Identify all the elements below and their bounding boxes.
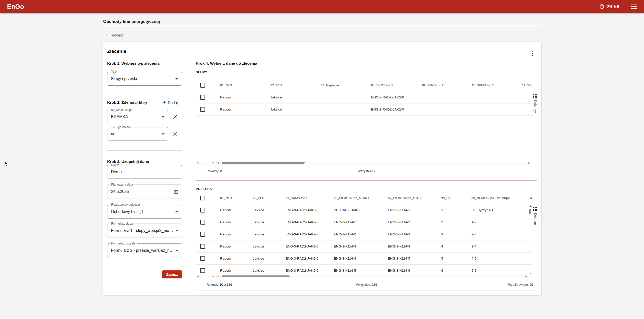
row-checkbox[interactable] <box>200 232 205 237</box>
table-cell: BL_Byczyna-1 <box>466 208 524 212</box>
slupy-kolumny-button[interactable]: Kolumny <box>533 94 537 113</box>
table-cell: 5-6 <box>466 269 524 272</box>
scroll-up-icon[interactable] <box>529 205 532 207</box>
scroll-left-icon[interactable] <box>218 162 219 164</box>
row-checkbox[interactable] <box>200 208 205 212</box>
scrollbar-thumb[interactable] <box>222 275 290 277</box>
typ-select[interactable]: Typ* Słupy i przęsła <box>107 72 182 86</box>
slupy-hscrollbar[interactable] <box>216 161 531 164</box>
save-button[interactable]: Zapisz <box>162 270 182 278</box>
formularz-slupa-select[interactable]: Formularz słupa Formularz 1 - słupy_wers… <box>107 224 182 237</box>
table-cell: ENG-3-K114-4 <box>329 257 383 260</box>
scroll-down-icon[interactable] <box>529 273 532 274</box>
column-header[interactable]: 11_SKMS tor 3 <box>467 84 517 87</box>
row-checkbox[interactable] <box>200 268 205 273</box>
back-button[interactable]: Powrót <box>105 33 124 37</box>
slupy-section-label: SŁUPY <box>196 70 207 74</box>
chevron-down-icon <box>162 133 165 135</box>
add-filter-button[interactable]: + Dodaj <box>163 100 178 105</box>
arrow-back-icon <box>105 33 109 37</box>
top-app-bar: EnGo 29:56 <box>0 0 644 13</box>
nazwa-label: Nazwa* <box>110 163 123 167</box>
filter-typ-izolacji-select[interactable]: 16_Typ izolacji nd. <box>107 127 168 140</box>
scroll-left-icon[interactable] <box>218 275 219 278</box>
menu-icon[interactable] <box>631 5 637 9</box>
formularz-przesla-value: Formularz 2 - przęsła_wersja2_n… <box>111 248 174 253</box>
scroll-right-icon[interactable] <box>526 275 527 278</box>
row-checkbox[interactable] <box>200 244 205 249</box>
calendar-icon[interactable] <box>173 189 179 194</box>
page-title: Obchody linii energetycznej <box>103 19 160 24</box>
table-cell: ENG-3-K114-4 <box>383 244 436 248</box>
slupy-table-header: 01_ZKO02_ZES03_Napięcie04_SKMS tor 110_S… <box>196 79 533 91</box>
scroll-right-icon[interactable] <box>528 162 530 164</box>
scroll-left-icon[interactable] <box>197 275 198 278</box>
przesla-vscrollbar[interactable] <box>529 205 532 275</box>
table-cell: Jaksice <box>265 108 316 111</box>
przesla-pinned-hscrollbar[interactable] <box>196 275 215 278</box>
typ-value: Słupy i przęsła <box>111 77 137 81</box>
column-header[interactable]: 06_SKMS słupa_START <box>329 196 383 200</box>
remove-filter-button[interactable] <box>172 131 178 137</box>
records-count: Rekordy: 90 z 180 <box>207 283 232 287</box>
table-cell: ENG-3-RAD2-JAK2-0 <box>280 269 329 272</box>
filter-model-slupa-select[interactable]: 08_Model słupa BRAMKA <box>107 110 168 123</box>
column-header[interactable]: 12_SKI <box>517 84 533 87</box>
columns-grid-icon <box>533 207 537 211</box>
przesla-table-footer: Rekordy: 90 z 180 Wszystkie: 180 Przefil… <box>196 279 537 291</box>
column-header[interactable]: 01_ZKO <box>215 196 248 200</box>
column-header[interactable]: 01_ZKO <box>215 84 265 87</box>
column-header[interactable]: 02_ZES <box>248 196 280 200</box>
scrollbar-thumb[interactable] <box>529 209 531 214</box>
column-header[interactable]: 04 <box>524 196 533 200</box>
select-all-checkbox[interactable] <box>200 196 205 200</box>
row-checkbox[interactable] <box>200 95 205 100</box>
row-checkbox[interactable] <box>200 220 205 225</box>
section-divider <box>107 151 182 151</box>
realizatorzy-select[interactable]: Realizatorzy oględzin Ochodowy Linii ( ) <box>107 205 182 219</box>
filter-label: 16_Typ izolacji <box>110 125 132 129</box>
scroll-right-icon[interactable] <box>213 275 214 278</box>
column-header[interactable]: 03_SKMS tor 1 <box>280 196 329 200</box>
table-cell: ENG-3-K114-2 <box>329 232 383 236</box>
row-checkbox[interactable] <box>200 256 205 261</box>
formularz-slupa-value: Formularz 1 - słupy_wersja2_nie… <box>111 228 173 233</box>
row-checkbox[interactable] <box>200 107 205 112</box>
przesla-kolumny-button[interactable]: Kolumny <box>533 207 537 226</box>
kolumny-label: Kolumny <box>534 100 537 113</box>
title-underline <box>103 26 541 26</box>
table-cell: ENG-3-K114-2 <box>383 220 436 224</box>
przesla-hscrollbar[interactable] <box>216 275 528 278</box>
column-header[interactable]: 03_Nr od słupa - do słupa <box>466 196 524 200</box>
more-options-icon[interactable] <box>530 51 535 56</box>
realizatorzy-label: Realizatorzy oględzin <box>110 203 141 206</box>
nazwa-input[interactable]: Nazwa* Demo <box>107 165 182 179</box>
scrollbar-thumb[interactable] <box>222 162 305 164</box>
select-all-checkbox[interactable] <box>200 83 205 88</box>
table-cell: ENG-3-K114-5 <box>383 257 436 260</box>
scroll-right-icon[interactable] <box>213 162 214 164</box>
filtered-count: Przefiltrowane: 90 <box>508 283 533 287</box>
column-header[interactable]: 99_Lp <box>436 196 466 200</box>
formularz-przesla-select[interactable]: Formularz przęsła Formularz 2 - przęsła_… <box>107 243 182 257</box>
scroll-left-icon[interactable] <box>197 162 198 164</box>
chevron-down-icon <box>175 230 178 232</box>
column-header[interactable]: 04_SKMS tor 1 <box>366 84 416 87</box>
remove-filter-button[interactable] <box>172 114 178 120</box>
table-row: RadomJaksiceENG-3-RAD2-JAK2-0ENG-3-K114-… <box>196 253 533 265</box>
column-header[interactable]: 02_ZES <box>265 84 316 87</box>
typ-label: Typ* <box>110 70 118 74</box>
slupy-pinned-hscrollbar[interactable] <box>196 161 215 164</box>
table-cell: ENG-3-RAD2-JAK2-0 <box>280 244 329 248</box>
table-row: RadomJaksiceENG-3-RAD2-JAK2-0 <box>196 103 533 116</box>
column-header[interactable]: 07_SKMS słupa_STOP <box>383 196 436 200</box>
table-cell: Radom <box>215 244 248 248</box>
chevron-down-icon <box>175 250 178 252</box>
planowana-data-input[interactable]: Planowana data 24.6.2025 <box>107 185 182 198</box>
table-cell: Radom <box>215 269 248 272</box>
column-header[interactable]: 10_SKMS tor 2 <box>416 84 467 87</box>
plus-icon: + <box>163 100 166 105</box>
column-header[interactable]: 03_Napięcie <box>316 84 366 87</box>
filter-value: BRAMKA <box>111 115 128 119</box>
table-cell: Jaksice <box>248 208 280 212</box>
